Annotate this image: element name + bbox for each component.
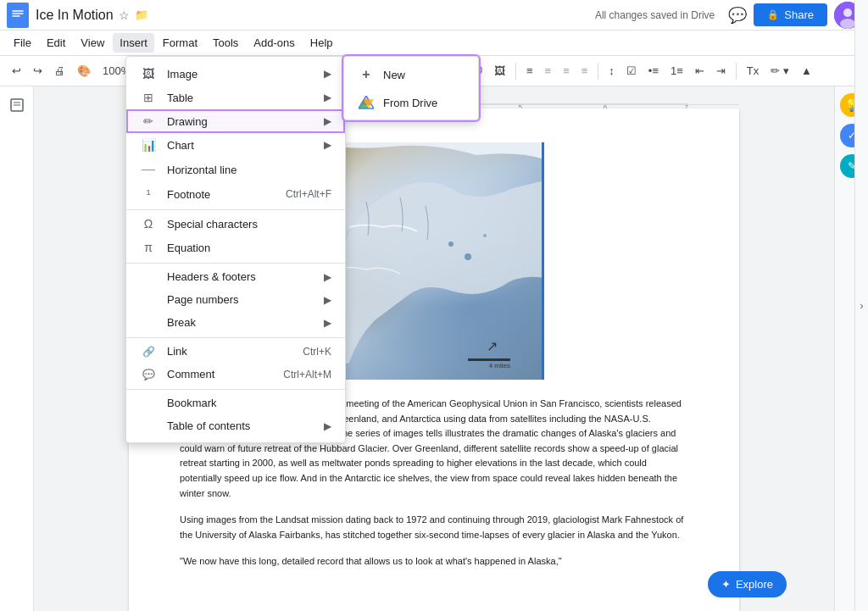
svg-point-3 xyxy=(840,19,855,29)
checklist-button[interactable]: ☑ xyxy=(621,61,642,81)
doc-icon xyxy=(7,3,29,28)
collapse-button[interactable]: ▲ xyxy=(796,61,817,81)
body-paragraph-2: Using images from the Landsat mission da… xyxy=(180,513,688,542)
body-paragraph-3: "We now have this long, detailed record … xyxy=(180,554,688,569)
explore-button[interactable]: ✦ Explore xyxy=(708,571,787,597)
drive-icon xyxy=(358,96,375,109)
page-numbers-arrow-icon: ▶ xyxy=(324,294,331,306)
insert-menu-toc[interactable]: Table of contents ▶ xyxy=(126,414,345,437)
align-justify-button[interactable]: ≡ xyxy=(576,61,593,81)
insert-equation-label: Equation xyxy=(167,242,331,254)
explore-label: Explore xyxy=(736,578,773,591)
special-chars-icon: Ω xyxy=(140,217,157,231)
insert-footnote-label: Footnote xyxy=(167,188,279,201)
new-icon: + xyxy=(358,67,375,82)
pen-button[interactable]: ✏ ▾ xyxy=(765,61,794,81)
svg-point-8 xyxy=(448,242,453,247)
align-right-button[interactable]: ≡ xyxy=(558,61,575,81)
chart-arrow-icon: ▶ xyxy=(324,139,331,151)
drawing-new-label: New xyxy=(383,69,405,81)
numbered-list-button[interactable]: 1≡ xyxy=(665,61,688,81)
menu-insert[interactable]: Insert xyxy=(113,33,154,53)
sidebar-print-layout[interactable] xyxy=(5,93,29,117)
insert-menu-page-numbers[interactable]: Page numbers ▶ xyxy=(126,288,345,311)
print-button[interactable]: 🖨 xyxy=(49,61,70,81)
drawing-menu-icon: ✏ xyxy=(140,114,157,128)
svg-point-10 xyxy=(483,234,487,237)
image-button[interactable]: 🖼 xyxy=(489,61,510,81)
insert-menu-dropdown: 🖼 Image ▶ ⊞ Table ▶ ✏ Drawing ▶ 📊 Chart … xyxy=(125,56,346,443)
insert-drawing-label: Drawing xyxy=(167,115,324,128)
share-button[interactable]: 🔒 Share xyxy=(754,3,827,26)
menu-view[interactable]: View xyxy=(74,33,111,53)
bullet-list-button[interactable]: •≡ xyxy=(643,61,664,81)
share-lock-icon: 🔒 xyxy=(767,9,779,20)
insert-menu-bookmark[interactable]: Bookmark xyxy=(126,392,345,414)
insert-menu-comment[interactable]: 💬 Comment Ctrl+Alt+M xyxy=(126,363,345,386)
footnote-menu-icon: ¹ xyxy=(140,187,157,201)
headers-arrow-icon: ▶ xyxy=(324,271,331,283)
menu-file[interactable]: File xyxy=(7,33,38,53)
svg-point-9 xyxy=(465,253,471,260)
menu-format[interactable]: Format xyxy=(156,33,204,53)
menu-addons[interactable]: Add-ons xyxy=(247,33,301,53)
image-menu-icon: 🖼 xyxy=(140,67,157,81)
scale-bar: 4 miles xyxy=(468,358,510,369)
folder-icon[interactable]: 📁 xyxy=(135,8,148,21)
insert-menu-special-chars[interactable]: Ω Special characters xyxy=(126,212,345,236)
drawing-from-drive-label: From Drive xyxy=(383,97,437,109)
image-arrow-icon: ▶ xyxy=(324,68,331,80)
insert-headers-label: Headers & footers xyxy=(167,270,324,283)
right-panel-expand[interactable]: › xyxy=(854,0,868,611)
link-shortcut: Ctrl+K xyxy=(303,346,331,358)
hline-menu-icon: — xyxy=(140,162,157,177)
menu-tools[interactable]: Tools xyxy=(206,33,245,53)
insert-menu-link[interactable]: 🔗 Link Ctrl+K xyxy=(126,340,345,363)
share-label: Share xyxy=(784,8,814,21)
paint-format-button[interactable]: 🎨 xyxy=(72,61,96,81)
insert-chart-label: Chart xyxy=(167,139,324,152)
insert-menu-headers-footers[interactable]: Headers & footers ▶ xyxy=(126,265,345,288)
line-spacing-button[interactable]: ↕ xyxy=(604,61,620,81)
insert-menu-horizontal-line[interactable]: — Horizontal line xyxy=(126,157,345,182)
insert-menu-image[interactable]: 🖼 Image ▶ xyxy=(126,62,345,86)
link-menu-icon: 🔗 xyxy=(140,346,157,358)
insert-menu-chart[interactable]: 📊 Chart ▶ xyxy=(126,133,345,157)
star-icon[interactable]: ☆ xyxy=(119,8,130,22)
footnote-shortcut: Ctrl+Alt+F xyxy=(286,188,331,200)
clear-format-button[interactable]: Tx xyxy=(742,61,764,81)
align-left-button[interactable]: ≡ xyxy=(521,61,538,81)
comment-menu-icon: 💬 xyxy=(140,369,157,380)
toolbar-divider-7 xyxy=(736,63,737,80)
insert-hline-label: Horizontal line xyxy=(167,164,331,176)
explore-plus-icon: ✦ xyxy=(721,578,731,591)
indent-less-button[interactable]: ⇤ xyxy=(690,61,709,81)
insert-page-numbers-label: Page numbers xyxy=(167,293,324,306)
indent-more-button[interactable]: ⇥ xyxy=(711,61,731,81)
toolbar-divider-5 xyxy=(515,63,516,80)
equation-icon: π xyxy=(140,241,157,254)
menu-edit[interactable]: Edit xyxy=(40,33,72,53)
insert-special-chars-label: Special characters xyxy=(167,218,331,231)
redo-button[interactable]: ↪ xyxy=(28,61,47,81)
insert-image-label: Image xyxy=(167,68,324,81)
drawing-arrow-icon: ▶ xyxy=(324,115,331,127)
insert-link-label: Link xyxy=(167,345,296,358)
insert-comment-label: Comment xyxy=(167,368,276,380)
drawing-from-drive-item[interactable]: From Drive xyxy=(344,89,478,116)
insert-menu-footnote[interactable]: ¹ Footnote Ctrl+Alt+F xyxy=(126,182,345,206)
autosave-status: All changes saved in Drive xyxy=(595,9,715,21)
insert-toc-label: Table of contents xyxy=(167,419,324,432)
insert-menu-equation[interactable]: π Equation xyxy=(126,236,345,259)
drawing-new-item[interactable]: + New xyxy=(344,60,478,89)
svg-rect-0 xyxy=(11,7,25,24)
insert-menu-break[interactable]: Break ▶ xyxy=(126,311,345,334)
comment-shortcut: Ctrl+Alt+M xyxy=(283,369,331,380)
insert-menu-table[interactable]: ⊞ Table ▶ xyxy=(126,86,345,109)
undo-button[interactable]: ↩ xyxy=(7,61,26,81)
menu-help[interactable]: Help xyxy=(303,33,340,53)
insert-menu-drawing[interactable]: ✏ Drawing ▶ xyxy=(126,109,345,133)
toc-arrow-icon: ▶ xyxy=(324,420,331,432)
chat-icon[interactable]: 💬 xyxy=(728,6,747,25)
align-center-button[interactable]: ≡ xyxy=(540,61,557,81)
